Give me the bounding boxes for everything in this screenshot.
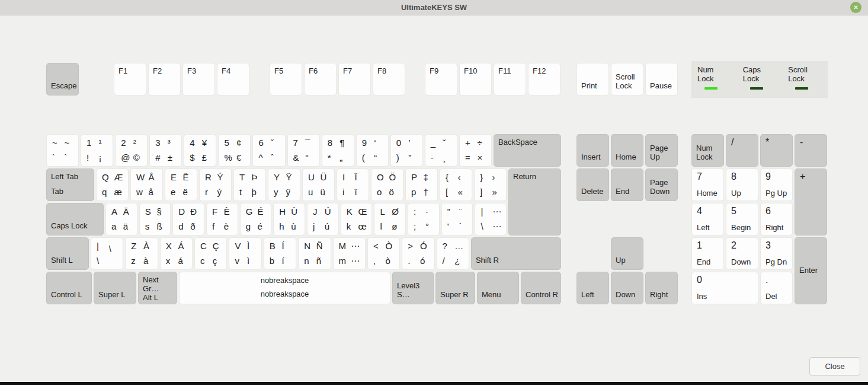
key-kp-1[interactable]: 1End: [691, 237, 724, 270]
key-page-up[interactable]: Page Up: [645, 134, 678, 167]
key-f4[interactable]: F4: [217, 63, 249, 96]
key-menu[interactable]: Menu: [477, 272, 519, 304]
key-caps-lock[interactable]: Caps Lock: [46, 203, 104, 236]
key-control-l[interactable]: Control L: [46, 272, 92, 304]
key-6[interactable]: 6ˇ^ˆ: [252, 134, 285, 167]
key-f10[interactable]: F10: [459, 63, 492, 96]
key-a[interactable]: AÄaä: [105, 203, 137, 236]
key-apostrophe[interactable]: "¨'´: [441, 203, 473, 236]
key-print[interactable]: Print: [576, 63, 609, 96]
key-f3[interactable]: F3: [182, 63, 215, 96]
window-close-button[interactable]: ✕: [850, 2, 861, 13]
key-f1[interactable]: F1: [114, 63, 146, 96]
key-k[interactable]: KŒkœ: [341, 203, 373, 236]
key-end[interactable]: End: [611, 168, 643, 201]
key-8[interactable]: 8¶*„: [322, 134, 354, 167]
key-y[interactable]: YŸyÿ: [268, 168, 300, 201]
key-kp-8[interactable]: 8Up: [726, 168, 758, 201]
key-bracket-left[interactable]: {‹[«: [440, 168, 472, 201]
key-v[interactable]: VÌvì: [229, 237, 261, 270]
key-control-r[interactable]: Control R: [521, 272, 561, 304]
key-s[interactable]: S§sß: [139, 203, 171, 236]
key-left[interactable]: Left: [576, 272, 609, 304]
key-scroll-lock[interactable]: Scroll Lock: [611, 63, 643, 96]
key-up[interactable]: Up: [611, 237, 643, 270]
key-level3-shift[interactable]: Level3 S…: [392, 272, 434, 304]
key-w[interactable]: WÅwå: [130, 168, 163, 201]
key-pause[interactable]: Pause: [645, 63, 678, 96]
key-1[interactable]: 1¹!¡: [81, 134, 113, 167]
key-f9[interactable]: F9: [425, 63, 457, 96]
key-page-down[interactable]: Page Down: [645, 168, 678, 201]
key-kp-multiply[interactable]: *: [760, 134, 793, 167]
key-insert[interactable]: Insert: [576, 134, 609, 167]
key-return[interactable]: Return: [508, 168, 561, 236]
key-kp-subtract[interactable]: -: [795, 134, 827, 167]
key-kp-enter[interactable]: Enter: [795, 237, 827, 304]
key-kp-4[interactable]: 4Left: [691, 203, 724, 236]
key-escape[interactable]: Escape: [46, 63, 79, 96]
key-f5[interactable]: F5: [270, 63, 302, 96]
key-n[interactable]: NÑnñ: [298, 237, 331, 270]
key-g[interactable]: GÉgé: [240, 203, 272, 236]
key-kp-5[interactable]: 5Begin: [726, 203, 758, 236]
key-l[interactable]: LØlø: [374, 203, 406, 236]
key-i[interactable]: IÏiï: [337, 168, 369, 201]
key-102nd[interactable]: |\\: [91, 237, 123, 270]
key-r[interactable]: RÝrý: [199, 168, 232, 201]
key-minus[interactable]: _˘-¸: [425, 134, 457, 167]
key-kp-7[interactable]: 7Home: [691, 168, 724, 201]
close-button[interactable]: Close: [809, 357, 860, 376]
key-shift-r[interactable]: Shift R: [471, 237, 561, 270]
key-e[interactable]: EËeë: [165, 168, 197, 201]
key-super-r[interactable]: Super R: [435, 272, 475, 304]
key-2[interactable]: 2²@©: [115, 134, 148, 167]
key-u[interactable]: UÜuü: [302, 168, 335, 201]
key-j[interactable]: JÚjú: [307, 203, 339, 236]
key-f6[interactable]: F6: [304, 63, 337, 96]
key-t[interactable]: TÞtþ: [233, 168, 266, 201]
key-comma[interactable]: <Ò,ò: [367, 237, 400, 270]
key-shift-l[interactable]: Shift L: [46, 237, 89, 270]
key-kp-add[interactable]: +: [795, 168, 827, 236]
key-d[interactable]: DÐdð: [172, 203, 204, 236]
key-x[interactable]: XÁxá: [160, 237, 193, 270]
key-f8[interactable]: F8: [373, 63, 405, 96]
key-f12[interactable]: F12: [528, 63, 560, 96]
key-9[interactable]: 9‘(“: [356, 134, 389, 167]
key-kp-0[interactable]: 0Ins: [691, 272, 758, 304]
key-4[interactable]: 4¥$£: [184, 134, 216, 167]
key-z[interactable]: ZÀzà: [125, 237, 158, 270]
key-grave[interactable]: ~~``: [46, 134, 79, 167]
key-alt-l[interactable]: Next Gr…Alt L: [138, 272, 177, 304]
key-f11[interactable]: F11: [494, 63, 526, 96]
key-f[interactable]: FÈfè: [206, 203, 238, 236]
key-p[interactable]: P‡p†: [405, 168, 438, 201]
key-kp-6[interactable]: 6Right: [760, 203, 793, 236]
key-h[interactable]: HÙhù: [273, 203, 305, 236]
key-slash[interactable]: ?…/¿: [437, 237, 469, 270]
key-5[interactable]: 5¢%€: [218, 134, 251, 167]
key-o[interactable]: OÖoö: [371, 168, 403, 201]
key-space[interactable]: nobreakspacenobreakspace: [179, 272, 390, 304]
key-m[interactable]: M⋯m⋯: [333, 237, 366, 270]
key-backslash[interactable]: |⋯\⋯: [475, 203, 507, 236]
key-kp-2[interactable]: 2Down: [726, 237, 758, 270]
key-kp-divide[interactable]: /: [726, 134, 758, 167]
key-q[interactable]: QÆqæ: [96, 168, 129, 201]
key-kp-3[interactable]: 3Pg Dn: [760, 237, 793, 270]
key-down[interactable]: Down: [611, 272, 643, 304]
key-num-lock[interactable]: Num Lock: [691, 134, 724, 167]
key-right[interactable]: Right: [645, 272, 678, 304]
key-b[interactable]: BÍbí: [264, 237, 296, 270]
key-7[interactable]: 7¯&°: [287, 134, 320, 167]
key-0[interactable]: 0’)”: [390, 134, 423, 167]
key-tab[interactable]: Left TabTab: [46, 168, 94, 201]
key-3[interactable]: 3³#±: [149, 134, 182, 167]
key-c[interactable]: CÇcç: [194, 237, 227, 270]
key-bracket-right[interactable]: }›]»: [474, 168, 507, 201]
key-equal[interactable]: +÷=×: [459, 134, 492, 167]
key-delete[interactable]: Delete: [576, 168, 609, 201]
key-semicolon[interactable]: :·;°: [408, 203, 440, 236]
key-home[interactable]: Home: [611, 134, 643, 167]
